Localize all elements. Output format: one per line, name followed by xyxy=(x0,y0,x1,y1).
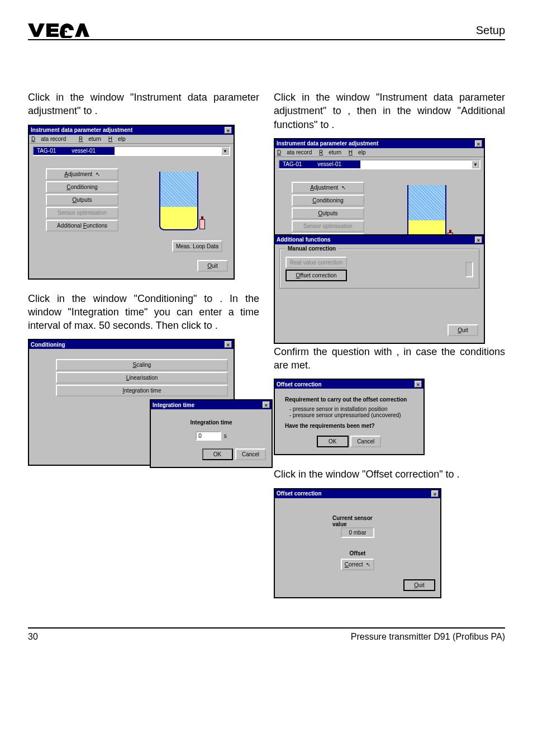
menu-return[interactable]: Return xyxy=(79,136,101,142)
close-icon[interactable]: × xyxy=(225,341,232,348)
sensor-opt-button: Sensor optimisation xyxy=(46,207,118,219)
menu-help[interactable]: Help xyxy=(349,149,366,155)
menu-return[interactable]: Return xyxy=(319,149,341,155)
requirement-1: - pressure sensor in installation positi… xyxy=(289,406,413,412)
quit-button[interactable]: Quit xyxy=(448,324,478,336)
window-title: Conditioning xyxy=(31,342,65,348)
cancel-button[interactable]: Cancel xyxy=(350,436,381,447)
current-sensor-value: 0 mbar xyxy=(341,527,374,538)
offset-label: Offset xyxy=(286,550,429,556)
linearisation-button[interactable]: Linearisation xyxy=(56,372,228,384)
right-para-1: Click in the window "Instrument data par… xyxy=(274,91,505,131)
additional-functions-window: Additional functions × Manual correction… xyxy=(274,234,485,344)
requirement-2: - pressure sensor unpressurised (uncover… xyxy=(289,412,413,418)
menubar: Data record Return Help xyxy=(29,135,234,144)
section-label: Setup xyxy=(476,24,505,37)
additional-functions-button[interactable]: Additional Functions xyxy=(46,220,118,231)
offset-correction-button[interactable]: Offset correction xyxy=(285,270,347,281)
right-para-2: Confirm the question with , in case the … xyxy=(274,345,505,372)
requirement-heading: Requirement to carry out the offset corr… xyxy=(285,396,413,403)
instrument-window: Instrument data parameter adjustment × D… xyxy=(274,138,485,251)
ok-button[interactable]: OK xyxy=(202,448,233,460)
quit-button[interactable]: Quit xyxy=(404,580,435,590)
window-title: Instrument data parameter adjustment xyxy=(277,140,378,147)
window-title: Offset correction xyxy=(277,381,322,388)
right-para-3: Click in the window "Offset correction" … xyxy=(274,467,505,481)
instrument-window: Instrument data parameter adjustment × D… xyxy=(28,125,235,280)
window-title: Integration time xyxy=(153,402,194,408)
close-icon[interactable]: × xyxy=(475,237,482,243)
chevron-down-icon[interactable]: ▼ xyxy=(472,160,479,168)
outputs-button[interactable]: Outputs xyxy=(292,207,364,219)
integration-time-button[interactable]: Integration time xyxy=(56,385,228,396)
integration-time-dialog: Integration time × Integration time s OK… xyxy=(150,399,273,468)
meas-loop-data-button[interactable]: Meas. Loop Data xyxy=(172,240,222,252)
left-para-1: Click in the window "Instrument data par… xyxy=(28,91,259,118)
tag-combo[interactable]: TAG-01vessel-01 ▼ xyxy=(32,146,230,156)
page-number: 30 xyxy=(28,632,38,642)
conditioning-button[interactable]: Conditioning xyxy=(46,181,118,193)
integration-time-input[interactable] xyxy=(196,431,221,441)
adjustment-button[interactable]: Adjustment ↖ xyxy=(46,168,118,180)
cancel-button[interactable]: Cancel xyxy=(235,448,266,460)
prompt-text: Have the requirements been met? xyxy=(285,423,413,429)
left-para-2: Click in the window "Conditioning" to . … xyxy=(28,292,259,333)
real-value-correction-button: Real value correction xyxy=(285,257,347,268)
window-title: Instrument data parameter adjustment xyxy=(31,127,132,133)
current-sensor-value-label: Current sensor value xyxy=(332,515,383,527)
integration-time-label: Integration time xyxy=(156,419,266,426)
close-icon[interactable]: × xyxy=(263,401,270,408)
vega-logo xyxy=(28,22,89,38)
close-icon[interactable]: × xyxy=(475,140,482,147)
tank-graphic xyxy=(159,172,198,230)
close-icon[interactable]: × xyxy=(415,381,422,388)
menu-data-record[interactable]: Data record xyxy=(31,136,72,142)
window-title: Offset correction xyxy=(277,490,322,497)
offset-correction-window: Offset correction × Current sensor value… xyxy=(274,488,441,598)
close-icon[interactable]: × xyxy=(225,127,232,134)
svg-marker-0 xyxy=(28,23,45,37)
outputs-button[interactable]: Outputs xyxy=(46,194,118,206)
menu-help[interactable]: Help xyxy=(108,136,126,142)
offset-confirm-dialog: Offset correction × Requirement to carry… xyxy=(274,379,425,455)
ok-button[interactable]: OK xyxy=(317,436,348,447)
svg-marker-1 xyxy=(75,23,89,37)
scaling-button[interactable]: Scaling xyxy=(56,359,228,371)
group-label: Manual correction xyxy=(285,245,338,252)
tag-combo[interactable]: TAG-01vessel-01 ▼ xyxy=(278,159,480,169)
quit-button[interactable]: Quit xyxy=(197,260,228,272)
close-icon[interactable]: × xyxy=(431,490,439,497)
window-title: Additional functions xyxy=(277,237,331,243)
conditioning-button[interactable]: Conditioning xyxy=(292,195,364,206)
sensor-opt-button: Sensor optimisation xyxy=(292,220,364,232)
adjustment-button[interactable]: Adjustment ↖ xyxy=(292,182,364,193)
correct-button[interactable]: Correct ↖ xyxy=(341,559,374,570)
menu-data-record[interactable]: Data record xyxy=(277,149,312,155)
scrollbar[interactable] xyxy=(465,262,473,277)
chevron-down-icon[interactable]: ▼ xyxy=(221,147,229,155)
doc-title: Pressure transmitter D91 (Profibus PA) xyxy=(351,632,505,642)
menubar: Data record Return Help xyxy=(275,148,484,157)
